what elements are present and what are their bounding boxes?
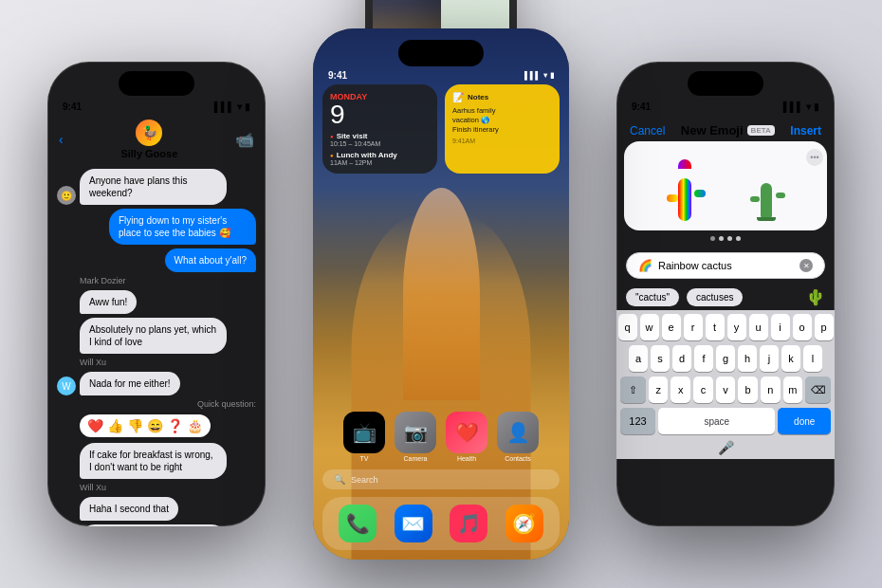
signal-icon-center: ▌▌▌ bbox=[524, 71, 541, 80]
more-options-button[interactable]: ••• bbox=[806, 149, 823, 166]
key-t[interactable]: t bbox=[706, 314, 725, 340]
key-f[interactable]: f bbox=[694, 345, 713, 372]
emoji-search-value: Rainbow cactus bbox=[658, 260, 794, 271]
app-item-tv[interactable]: 📺 TV bbox=[343, 412, 385, 462]
key-r[interactable]: r bbox=[684, 314, 703, 340]
suggestion-chip-2[interactable]: cactuses bbox=[687, 288, 743, 306]
signal-icon: ▌▌▌ bbox=[214, 101, 234, 112]
emoji-nav-bar: Cancel New Emoji BETA Insert bbox=[616, 116, 835, 141]
battery-icon-center: ▮ bbox=[550, 71, 554, 80]
keyboard-row-4: 123 space done bbox=[620, 408, 831, 434]
calendar-event-2: ● Lunch with Andy 11AM – 12PM bbox=[330, 151, 430, 166]
key-b[interactable]: b bbox=[738, 377, 758, 403]
health-app-icon[interactable]: ❤️ bbox=[446, 412, 487, 453]
tapback-heart[interactable]: ❤️ bbox=[87, 418, 103, 433]
key-j[interactable]: j bbox=[760, 345, 779, 372]
key-p[interactable]: p bbox=[815, 314, 834, 340]
key-i[interactable]: i bbox=[771, 314, 790, 340]
calendar-day: MONDAY bbox=[330, 92, 430, 101]
health-icon: ❤️ bbox=[455, 421, 479, 444]
cancel-button[interactable]: Cancel bbox=[630, 124, 665, 138]
key-q[interactable]: q bbox=[618, 314, 637, 340]
camera-app-icon[interactable]: 📷 bbox=[395, 412, 436, 453]
suggestion-chip-1[interactable]: "cactus" bbox=[626, 288, 679, 306]
plant-suggestion-icon[interactable]: 🌵 bbox=[806, 288, 825, 306]
app-item-contacts[interactable]: 👤 Contacts bbox=[497, 412, 539, 462]
key-k[interactable]: k bbox=[781, 345, 800, 372]
messages-header: ‹ 🦆 Silly Goose 📹 bbox=[47, 116, 266, 165]
contacts-app-icon[interactable]: 👤 bbox=[497, 412, 539, 453]
tapback-thumbsdown[interactable]: 👎 bbox=[127, 418, 143, 433]
microphone-icon-keyboard[interactable]: 🎤 bbox=[718, 440, 734, 455]
rainbow-cactus-preview[interactable] bbox=[652, 156, 718, 223]
key-v[interactable]: v bbox=[716, 377, 736, 403]
wifi-icon: ▾ bbox=[237, 101, 242, 112]
video-call-button[interactable]: 📹 bbox=[235, 131, 254, 149]
key-s[interactable]: s bbox=[651, 345, 670, 372]
emoji-search-bar[interactable]: 🌈 Rainbow cactus ✕ bbox=[626, 252, 825, 279]
numbers-key[interactable]: 123 bbox=[620, 408, 655, 434]
tv-icon: 📺 bbox=[353, 421, 377, 444]
message-bubble-gray: Absolutely no plans yet, which I kind of… bbox=[80, 318, 227, 354]
key-c[interactable]: c bbox=[693, 377, 713, 403]
done-key[interactable]: done bbox=[778, 408, 831, 434]
notes-widget[interactable]: 📝 Notes Aarhus family vacation 🌎 Finish … bbox=[445, 84, 560, 174]
key-y[interactable]: y bbox=[727, 314, 746, 340]
spotlight-search[interactable]: 🔍 Search bbox=[322, 469, 560, 489]
calendar-widget[interactable]: MONDAY 9 ● Site visit 10:15 – 10:45AM ● … bbox=[322, 84, 437, 174]
tapback-question[interactable]: ❓ bbox=[167, 418, 183, 433]
key-d[interactable]: d bbox=[672, 345, 691, 372]
dock-phone-icon[interactable]: 📞 bbox=[339, 505, 377, 542]
key-w[interactable]: w bbox=[640, 314, 659, 340]
tapback-cake[interactable]: 🎂 bbox=[187, 418, 203, 433]
shift-key[interactable]: ⇧ bbox=[620, 377, 646, 403]
dynamic-island-center bbox=[398, 40, 484, 66]
camera-icon: 📷 bbox=[404, 421, 428, 444]
wifi-icon-right: ▾ bbox=[806, 101, 811, 112]
dock-mail-icon[interactable]: ✉️ bbox=[395, 505, 432, 542]
contacts-app-label: Contacts bbox=[505, 455, 531, 462]
key-n[interactable]: n bbox=[761, 377, 781, 403]
key-e[interactable]: e bbox=[662, 314, 681, 340]
space-key[interactable]: space bbox=[658, 408, 775, 434]
message-row: Flying down to my sister's place to see … bbox=[57, 209, 256, 245]
keyboard-bottom-bar: 🎤 bbox=[616, 436, 835, 459]
key-l[interactable]: l bbox=[803, 345, 822, 372]
key-z[interactable]: z bbox=[649, 377, 669, 403]
emoji-nav-title: New Emoji BETA bbox=[681, 123, 775, 138]
key-m[interactable]: m bbox=[783, 377, 803, 403]
key-g[interactable]: g bbox=[716, 345, 735, 372]
dot-4 bbox=[736, 236, 741, 241]
home-phone: 9:41 ▌▌▌ ▾ ▮ MONDAY 9 ● Site visit bbox=[313, 28, 569, 560]
app-item-camera[interactable]: 📷 Camera bbox=[395, 412, 436, 462]
status-time-center: 9:41 bbox=[328, 70, 347, 81]
key-x[interactable]: x bbox=[671, 377, 690, 403]
message-bubble-gray: Life's too short to leave a slice behind bbox=[80, 524, 227, 526]
tapback-haha[interactable]: 😄 bbox=[147, 418, 163, 433]
chevron-left-icon: ‹ bbox=[59, 132, 64, 147]
status-icons-left: ▌▌▌ ▾ ▮ bbox=[214, 101, 250, 112]
dock-safari-icon[interactable]: 🧭 bbox=[505, 505, 543, 542]
insert-button[interactable]: Insert bbox=[790, 124, 821, 138]
dock-music-icon[interactable]: 🎵 bbox=[450, 505, 487, 542]
tapback-thumbsup[interactable]: 👍 bbox=[107, 418, 123, 433]
emoji-preview-wrapper: ••• bbox=[616, 141, 835, 247]
app-item-health[interactable]: ❤️ Health bbox=[446, 412, 487, 462]
back-button[interactable]: ‹ bbox=[59, 132, 64, 147]
message-row: Haha I second that bbox=[57, 497, 256, 521]
tv-app-icon[interactable]: 📺 bbox=[343, 412, 385, 453]
key-o[interactable]: o bbox=[793, 314, 812, 340]
key-h[interactable]: h bbox=[738, 345, 757, 372]
backspace-key[interactable]: ⌫ bbox=[805, 377, 831, 403]
key-a[interactable]: a bbox=[629, 345, 648, 372]
contacts-icon: 👤 bbox=[506, 421, 530, 444]
search-icon: 🔍 bbox=[334, 474, 345, 485]
clear-search-button[interactable]: ✕ bbox=[799, 259, 813, 272]
dynamic-island-left bbox=[119, 71, 194, 96]
key-u[interactable]: u bbox=[749, 314, 768, 340]
green-cactus-preview[interactable] bbox=[733, 156, 799, 223]
tapback-row: ❤️ 👍 👎 😄 ❓ 🎂 bbox=[80, 414, 211, 437]
event-title-2: ● Lunch with Andy bbox=[330, 151, 430, 159]
quick-question-label: Quick question: bbox=[57, 399, 256, 409]
contact-avatar: 🦆 bbox=[136, 119, 162, 146]
